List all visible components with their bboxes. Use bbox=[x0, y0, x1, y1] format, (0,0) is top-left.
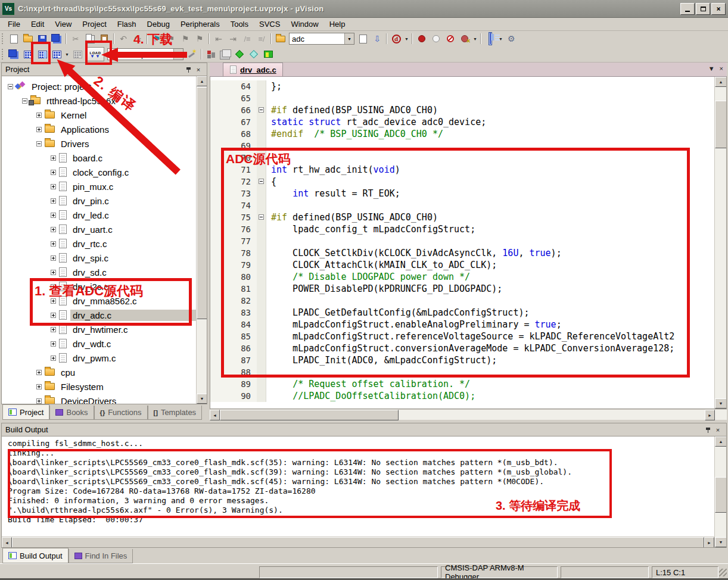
expand-icon[interactable] bbox=[51, 155, 56, 161]
menu-flash[interactable]: Flash bbox=[112, 18, 142, 30]
code-line-73[interactable]: 73 int result = RT_EOK; bbox=[210, 188, 714, 199]
expand-icon[interactable] bbox=[36, 127, 42, 132]
expand-icon[interactable] bbox=[51, 356, 56, 361]
code-line-79[interactable]: 79 CLOCK_AttachClk(kMAIN_CLK_to_ADC_CLK)… bbox=[210, 259, 714, 271]
books-icon[interactable] bbox=[261, 48, 275, 61]
code-line-64[interactable]: 64}; bbox=[210, 80, 714, 92]
find-in-files-icon[interactable] bbox=[356, 32, 370, 45]
scroll-down-icon[interactable]: ▼ bbox=[715, 537, 727, 547]
project-close-button[interactable]: × bbox=[194, 65, 203, 74]
tab-books[interactable]: Books bbox=[49, 406, 94, 420]
scroll-down-icon[interactable]: ▼ bbox=[715, 398, 727, 409]
expand-icon[interactable] bbox=[51, 213, 56, 218]
code-line-75[interactable]: 75#if defined(BSP_USING_ADC0_CH0) bbox=[210, 211, 714, 223]
tab-project[interactable]: Project bbox=[2, 404, 49, 420]
menu-view[interactable]: View bbox=[49, 18, 77, 30]
search-combo-input[interactable] bbox=[290, 35, 344, 43]
code-line-72[interactable]: 72{ bbox=[210, 176, 714, 188]
build-icon[interactable] bbox=[21, 48, 35, 61]
tree-item-applications[interactable]: Applications bbox=[2, 122, 196, 136]
doc-close-icon[interactable]: × bbox=[720, 65, 723, 72]
combo-dropdown-icon[interactable]: ▼ bbox=[344, 33, 354, 44]
disable-breakpoint-icon[interactable] bbox=[443, 32, 458, 45]
uncomment-icon[interactable]: ≡/ bbox=[254, 32, 269, 45]
tab-build-output[interactable]: Build Output bbox=[2, 548, 69, 563]
scroll-thumb[interactable] bbox=[197, 87, 207, 319]
tree-item-devicedrivers[interactable]: DeviceDrivers bbox=[2, 394, 196, 404]
find-in-target-icon[interactable] bbox=[273, 32, 288, 45]
tree-item-filesystem[interactable]: Filesystem bbox=[2, 379, 196, 394]
tree-item-rtthread-lpc55s6x[interactable]: rtthread-lpc55s6x bbox=[2, 93, 196, 108]
manage-rte-icon[interactable] bbox=[204, 48, 218, 61]
tree-item-drv-pin-c[interactable]: drv_pin.c bbox=[2, 194, 196, 208]
tree-item-cpu[interactable]: cpu bbox=[2, 365, 196, 379]
code-line-85[interactable]: 85 mLpadcConfigStruct.referenceVoltageSo… bbox=[210, 330, 714, 342]
software-components-icon[interactable] bbox=[247, 48, 261, 61]
download-icon[interactable]: LOAD▼▼ bbox=[85, 48, 106, 61]
code-line-89[interactable]: 89 /* Request offset calibration. */ bbox=[210, 378, 714, 390]
menu-window[interactable]: Window bbox=[285, 18, 323, 30]
menu-help[interactable]: Help bbox=[324, 18, 351, 30]
menu-tools[interactable]: Tools bbox=[225, 18, 254, 30]
tree-item-drv-sd-c[interactable]: drv_sd.c bbox=[2, 265, 196, 279]
expand-icon[interactable] bbox=[51, 241, 56, 247]
pack-installer-icon[interactable] bbox=[232, 48, 247, 61]
menu-project[interactable]: Project bbox=[77, 18, 111, 30]
tree-item-drv-hwtimer-c[interactable]: drv_hwtimer.c bbox=[2, 322, 196, 336]
dropdown-arrow-icon[interactable]: ▼ bbox=[472, 32, 478, 45]
collapse-icon[interactable] bbox=[8, 84, 13, 89]
next-bookmark-icon[interactable]: ⚑ bbox=[178, 32, 192, 45]
collapse-icon[interactable] bbox=[22, 98, 27, 104]
fold-collapse-icon[interactable] bbox=[259, 214, 264, 220]
code-line-81[interactable]: 81 POWER_DisablePD(kPDRUNCFG_PD_LDOGPADC… bbox=[210, 283, 714, 295]
expand-icon[interactable] bbox=[51, 184, 56, 189]
close-button[interactable]: × bbox=[711, 3, 726, 15]
editor-vscrollbar[interactable]: ▲ ▼ bbox=[714, 77, 726, 409]
tree-item-pin-mux-c[interactable]: pin_mux.c bbox=[2, 179, 196, 194]
code-line-76[interactable]: 76 lpadc_config_t mLpadcConfigStruct; bbox=[210, 223, 714, 235]
fold-collapse-icon[interactable] bbox=[259, 107, 264, 113]
tree-item-drv-uart-c[interactable]: drv_uart.c bbox=[2, 222, 196, 236]
expand-icon[interactable] bbox=[51, 170, 56, 175]
maximize-button[interactable] bbox=[696, 3, 710, 15]
kill-breakpoints-icon[interactable] bbox=[458, 32, 472, 45]
expand-icon[interactable] bbox=[36, 113, 42, 118]
enable-breakpoint-icon[interactable] bbox=[429, 32, 443, 45]
tab-find-in-files[interactable]: Find In Files bbox=[69, 549, 133, 563]
doc-list-dropdown-icon[interactable]: ▼ bbox=[708, 65, 715, 72]
search-combo[interactable]: ▼ bbox=[289, 33, 354, 45]
comment-icon[interactable]: /≡ bbox=[240, 32, 254, 45]
code-line-86[interactable]: 86 mLpadcConfigStruct.conversionAverageM… bbox=[210, 342, 714, 354]
expand-icon[interactable] bbox=[51, 341, 56, 347]
editor-hscrollbar[interactable]: ◄ ► bbox=[210, 409, 727, 420]
menu-edit[interactable]: Edit bbox=[26, 18, 49, 30]
incremental-find-icon[interactable]: ⇩ bbox=[370, 32, 384, 45]
target-combo[interactable]: ▼ bbox=[107, 48, 183, 60]
rebuild-icon[interactable] bbox=[35, 48, 49, 61]
options-for-target-icon[interactable] bbox=[185, 48, 199, 61]
expand-icon[interactable] bbox=[51, 198, 56, 204]
menu-file[interactable]: File bbox=[2, 18, 26, 30]
target-combo-input[interactable] bbox=[108, 50, 173, 59]
tree-item-drv-mma8562-c[interactable]: drv_mma8562.c bbox=[2, 294, 196, 308]
project-tree-scrollbar[interactable]: ▲ ▼ bbox=[196, 76, 207, 404]
tab-drv-adc[interactable]: drv_adc.c bbox=[223, 63, 283, 76]
collapse-icon[interactable] bbox=[36, 141, 42, 146]
tree-item-drv-wdt-c[interactable]: drv_wdt.c bbox=[2, 336, 196, 351]
clear-bookmarks-icon[interactable]: ⚑ bbox=[192, 32, 207, 45]
expand-icon[interactable] bbox=[51, 270, 56, 275]
code-view[interactable]: 64};6566#if defined(BSP_USING_ADC0_CH0)6… bbox=[210, 77, 714, 409]
stop-build-icon[interactable] bbox=[70, 48, 85, 61]
code-line-71[interactable]: 71int rt_hw_adc_init(void) bbox=[210, 164, 714, 176]
tree-item-project-project[interactable]: Project: project bbox=[2, 79, 196, 93]
tree-item-drv-spi-c[interactable]: drv_spi.c bbox=[2, 251, 196, 265]
tab-templates[interactable]: []Templates bbox=[148, 406, 203, 420]
menu-debug[interactable]: Debug bbox=[142, 18, 175, 30]
batch-build-icon[interactable] bbox=[49, 48, 64, 61]
code-line-82[interactable]: 82 bbox=[210, 295, 714, 307]
code-line-68[interactable]: 68#endif /* BSP_USING_ADC0_CH0 */ bbox=[210, 128, 714, 140]
tree-item-kernel[interactable]: Kernel bbox=[2, 108, 196, 122]
scroll-up-icon[interactable]: ▲ bbox=[197, 76, 207, 86]
expand-icon[interactable] bbox=[36, 398, 42, 404]
scroll-up-icon[interactable]: ▲ bbox=[715, 436, 727, 447]
